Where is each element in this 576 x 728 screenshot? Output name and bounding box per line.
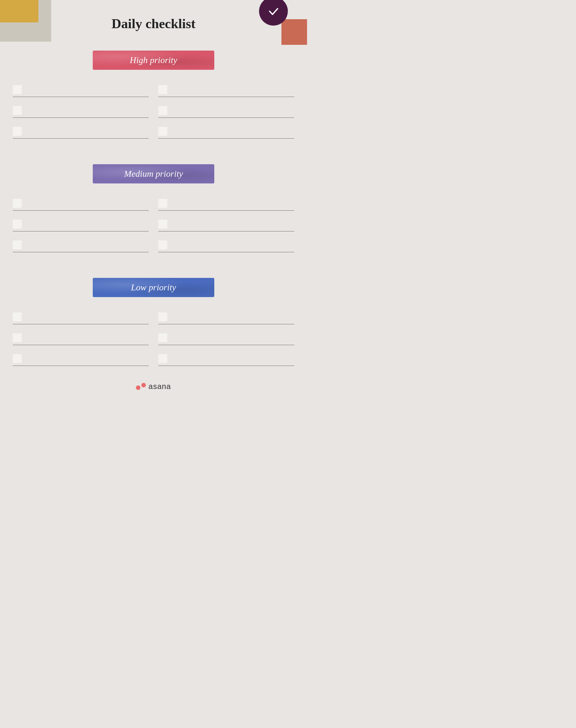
checkbox[interactable] xyxy=(13,333,22,342)
section-header-high: High priority xyxy=(93,51,214,70)
high-priority-section xyxy=(0,76,307,145)
checkbox[interactable] xyxy=(158,240,167,249)
checklist-item[interactable] xyxy=(158,79,294,97)
asana-dot-right xyxy=(141,383,146,387)
checkbox[interactable] xyxy=(13,106,22,115)
checklist-item[interactable] xyxy=(13,348,149,366)
asana-logo: asana xyxy=(136,382,171,391)
medium-priority-grid xyxy=(13,193,294,255)
checklist-item[interactable] xyxy=(158,348,294,366)
checklist-item[interactable] xyxy=(13,307,149,324)
checkbox[interactable] xyxy=(13,354,22,363)
checklist-item[interactable] xyxy=(158,100,294,118)
checklist-item[interactable] xyxy=(13,100,149,118)
checkbox[interactable] xyxy=(13,240,22,249)
checkbox[interactable] xyxy=(13,127,22,136)
asana-dots-icon xyxy=(136,383,146,390)
section-header-medium: Medium priority xyxy=(93,164,214,184)
checklist-item[interactable] xyxy=(13,327,149,345)
checkbox[interactable] xyxy=(13,199,22,208)
medium-priority-section xyxy=(0,190,307,259)
checklist-item[interactable] xyxy=(13,121,149,139)
checkbox[interactable] xyxy=(13,220,22,228)
page-title: Daily checklist xyxy=(0,0,307,31)
checkbox[interactable] xyxy=(158,354,167,363)
checklist-item[interactable] xyxy=(158,121,294,139)
checklist-item[interactable] xyxy=(158,214,294,232)
checkbox[interactable] xyxy=(158,333,167,342)
low-priority-grid xyxy=(13,307,294,369)
checklist-item[interactable] xyxy=(13,79,149,97)
checkbox[interactable] xyxy=(158,199,167,208)
section-header-low: Low priority xyxy=(93,278,214,297)
asana-dot-left xyxy=(136,385,140,390)
checklist-item[interactable] xyxy=(158,235,294,252)
footer: asana xyxy=(0,372,307,397)
checklist-item[interactable] xyxy=(158,307,294,324)
checkbox[interactable] xyxy=(158,313,167,321)
checklist-item[interactable] xyxy=(158,327,294,345)
checkbox[interactable] xyxy=(158,127,167,136)
checkbox[interactable] xyxy=(158,106,167,115)
asana-brand-name: asana xyxy=(148,382,171,391)
checklist-item[interactable] xyxy=(13,235,149,252)
checkbox[interactable] xyxy=(158,85,167,94)
checkbox[interactable] xyxy=(13,85,22,94)
checklist-item[interactable] xyxy=(13,193,149,211)
checkbox[interactable] xyxy=(13,313,22,321)
checkbox[interactable] xyxy=(158,220,167,228)
low-priority-section xyxy=(0,303,307,372)
high-priority-grid xyxy=(13,79,294,142)
page: Daily checklist High priority xyxy=(0,0,307,416)
checklist-item[interactable] xyxy=(13,214,149,232)
checklist-item[interactable] xyxy=(158,193,294,211)
